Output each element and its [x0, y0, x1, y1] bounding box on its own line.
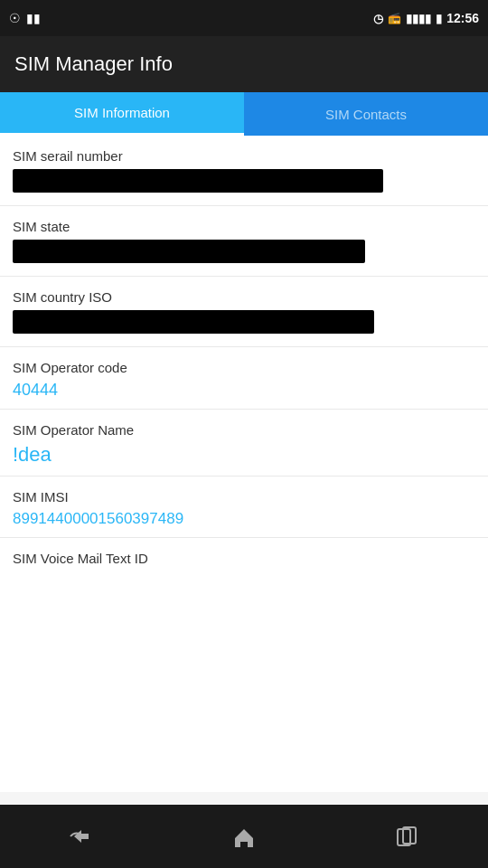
home-button[interactable] [217, 818, 271, 854]
battery-icon: ▮ [436, 12, 442, 25]
sim-serial-number-label: SIM serail number [13, 148, 475, 164]
sim-imsi-value: 89914400001560397489 [13, 510, 475, 528]
status-bar: ☉ ▮▮ ◷ 📻 ▮▮▮▮ ▮ 12:56 [0, 0, 488, 36]
page-title: SIM Manager Info [14, 52, 474, 76]
tab-sim-contacts[interactable]: SIM Contacts [244, 92, 488, 136]
time-display: 12:56 [446, 11, 479, 25]
sim-operator-code-value: 40444 [13, 381, 475, 400]
tab-bar: SIM Information SIM Contacts [0, 92, 488, 136]
sim-state-label: SIM state [13, 219, 475, 234]
sim-country-iso-value [13, 310, 374, 334]
sim-state-row: SIM state [0, 206, 488, 277]
sim-icon: 📻 [388, 12, 401, 24]
sim-imsi-row: SIM IMSI 89914400001560397489 [0, 476, 488, 538]
sim-operator-name-label: SIM Operator Name [13, 422, 475, 438]
sim-imsi-label: SIM IMSI [13, 489, 475, 505]
sim-country-iso-label: SIM country ISO [13, 289, 475, 305]
sim-operator-name-row: SIM Operator Name !dea [0, 410, 488, 476]
clock-icon: ◷ [373, 12, 383, 25]
content-area: SIM serail number SIM state SIM country … [0, 136, 488, 792]
bars-icon: ▮▮ [26, 11, 41, 25]
sim-operator-name-value: !dea [13, 443, 475, 467]
sim-serial-number-row: SIM serail number [0, 136, 488, 206]
sim-operator-code-row: SIM Operator code 40444 [0, 347, 488, 410]
status-bar-right-icons: ◷ 📻 ▮▮▮▮ ▮ 12:56 [373, 11, 479, 25]
signal-icon: ▮▮▮▮ [406, 12, 431, 25]
back-button[interactable] [54, 818, 108, 854]
sim-country-iso-row: SIM country ISO [0, 277, 488, 347]
tab-sim-information[interactable]: SIM Information [0, 92, 244, 136]
sim-state-value [13, 240, 365, 263]
status-bar-left-icons: ☉ ▮▮ [9, 11, 41, 25]
swirl-icon: ☉ [9, 11, 21, 25]
recents-button[interactable] [380, 818, 434, 854]
sim-serial-number-value [13, 169, 383, 193]
bottom-nav [0, 805, 488, 868]
sim-operator-code-label: SIM Operator code [13, 360, 475, 375]
sim-voice-mail-text-id-row: SIM Voice Mail Text ID [0, 538, 488, 580]
sim-voice-mail-text-id-label: SIM Voice Mail Text ID [13, 551, 475, 566]
title-bar: SIM Manager Info [0, 36, 488, 92]
